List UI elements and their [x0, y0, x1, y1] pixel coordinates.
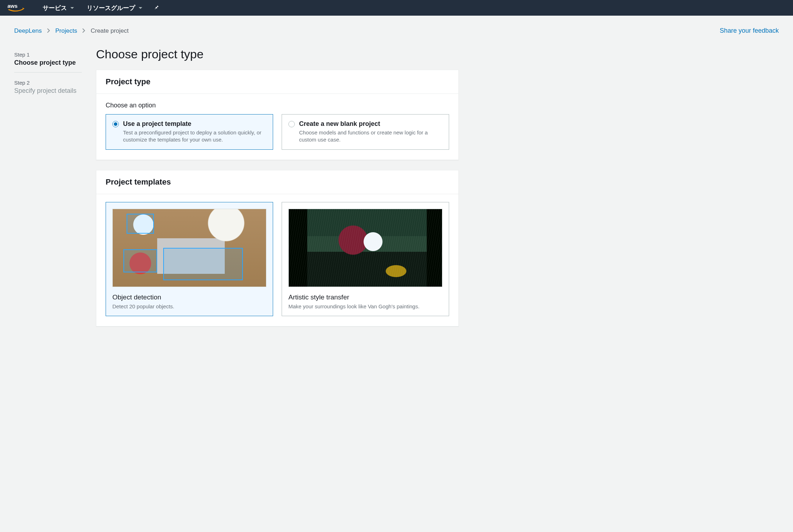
aws-logo[interactable]: aws — [7, 2, 36, 13]
option-desc: Test a preconfigured project to deploy a… — [123, 129, 266, 144]
breadcrumb-root[interactable]: DeepLens — [14, 27, 42, 34]
breadcrumb: DeepLens Projects Create project — [14, 27, 129, 34]
section-title: Project templates — [106, 177, 449, 187]
wizard-steps: Step 1 Choose project type Step 2 Specif… — [14, 47, 82, 336]
step-2[interactable]: Step 2 Specify project details — [14, 78, 82, 100]
breadcrumb-current: Create project — [91, 27, 129, 34]
radio-icon — [112, 121, 119, 127]
page-title: Choose project type — [96, 47, 459, 61]
top-nav: aws サービス リソースグループ — [0, 0, 793, 16]
breadcrumb-parent[interactable]: Projects — [55, 27, 77, 34]
option-title: Use a project template — [123, 120, 266, 128]
section-title: Project type — [106, 77, 449, 86]
svg-text:aws: aws — [7, 3, 17, 9]
chevron-right-icon — [82, 27, 86, 34]
template-title: Artistic style transfer — [288, 293, 442, 301]
nav-resource-groups-label: リソースグループ — [87, 4, 135, 12]
template-desc: Detect 20 popular objects. — [112, 303, 266, 309]
topbar: DeepLens Projects Create project Share y… — [14, 27, 779, 34]
step-title: Specify project details — [14, 87, 82, 95]
templates-panel: Project templates Object detection Detec… — [96, 170, 459, 326]
step-num: Step 1 — [14, 52, 82, 58]
feedback-link[interactable]: Share your feedback — [720, 27, 779, 34]
radio-icon — [288, 121, 295, 127]
choose-option-label: Choose an option — [106, 102, 449, 109]
project-type-panel: Project type Choose an option Use a proj… — [96, 70, 459, 160]
chevron-down-icon — [70, 7, 74, 9]
template-object-detection[interactable]: Object detection Detect 20 popular objec… — [106, 202, 273, 316]
step-1[interactable]: Step 1 Choose project type — [14, 49, 82, 73]
main: Choose project type Project type Choose … — [96, 47, 459, 336]
template-thumbnail — [112, 209, 266, 287]
step-title: Choose project type — [14, 59, 82, 66]
pin-button[interactable] — [149, 4, 164, 11]
option-title: Create a new blank project — [299, 120, 442, 128]
step-num: Step 2 — [14, 80, 82, 86]
chevron-right-icon — [47, 27, 50, 34]
template-desc: Make your surroundings look like Van Gog… — [288, 303, 442, 309]
template-title: Object detection — [112, 293, 266, 301]
chevron-down-icon — [139, 7, 142, 9]
option-use-template[interactable]: Use a project template Test a preconfigu… — [106, 114, 273, 150]
nav-resource-groups[interactable]: リソースグループ — [80, 4, 149, 12]
option-blank-project[interactable]: Create a new blank project Choose models… — [282, 114, 449, 150]
template-style-transfer[interactable]: Artistic style transfer Make your surrou… — [282, 202, 449, 316]
option-desc: Choose models and functions or create ne… — [299, 129, 442, 144]
nav-services[interactable]: サービス — [36, 4, 80, 12]
nav-services-label: サービス — [43, 4, 67, 12]
template-thumbnail — [288, 209, 442, 287]
